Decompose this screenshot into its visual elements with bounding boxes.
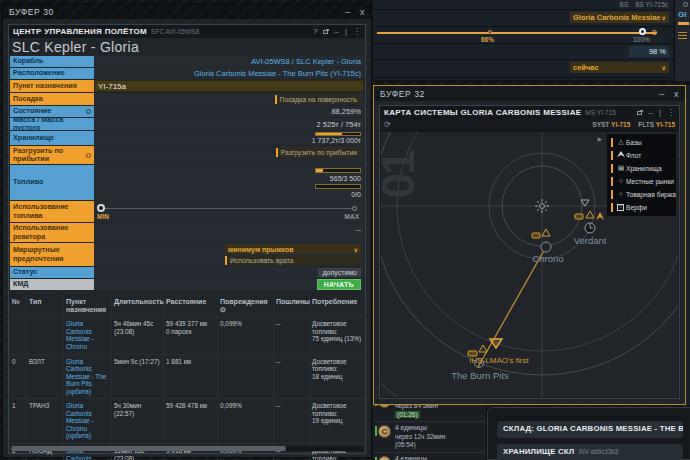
slider-handle-secondary[interactable] <box>652 30 657 35</box>
field-label-location: Расположение <box>10 68 94 79</box>
slider-handle[interactable] <box>97 204 105 212</box>
legend-item-local-markets[interactable]: ○Местные рынки <box>607 175 676 188</box>
minimize-icon[interactable]: – <box>648 108 652 117</box>
duplicate-icon[interactable] <box>323 30 328 34</box>
slider-min-label: MIN <box>97 213 109 220</box>
legend-item-fleet[interactable]: Флот <box>607 149 676 162</box>
base-icon <box>586 211 594 218</box>
breadcrumb-item[interactable]: BS <box>620 1 629 8</box>
slider-handle[interactable] <box>639 28 646 35</box>
close-icon[interactable]: x <box>674 89 679 99</box>
itinerary-cell: 1 881 км <box>164 355 218 400</box>
chevron-down-icon: ∨ <box>662 64 666 71</box>
planet-label-burn-pits[interactable]: The Burn Pits <box>451 370 509 381</box>
window-title: БУФЕР 30 <box>9 7 54 17</box>
base-icon <box>479 345 487 352</box>
itinerary-cell[interactable]: Gloria Carbonis Messiae - Chrono <box>64 317 112 354</box>
tab-fleets[interactable]: FLTS YI-715 <box>638 121 675 128</box>
warehouse-title-bar[interactable]: СКЛАД: GLORIA CARBONIS MESSIAE - THE BUR… <box>497 421 683 438</box>
kebab-menu-icon[interactable]: ⋮ <box>667 108 675 117</box>
itinerary-cell: 59 439 377 км 0 парсек <box>164 317 218 354</box>
base-label[interactable]: IHS-LMAO's first <box>461 356 537 365</box>
field-label-fuel-usage: Использование топлива <box>10 201 94 222</box>
chevron-down-icon: ∨ <box>662 14 666 21</box>
buffer-32-window: БУФЕР 32 – x КАРТА СИСТЕМЫ GLORIA CARBON… <box>373 85 686 405</box>
slider-end-marker <box>352 206 357 211</box>
field-label-storage: Хранилище <box>10 131 94 145</box>
location-value[interactable]: Gloria Carbonis Messiae - The Burn Pits … <box>94 68 364 79</box>
planet-label-chrono[interactable]: Chrono <box>526 253 570 264</box>
itinerary-cell <box>10 317 27 354</box>
legend-collapse-icon[interactable]: ▶ <box>598 136 602 142</box>
queue-row[interactable]: C4 единицычерез 8ч 5мин(01:26) <box>373 405 486 422</box>
itinerary-cell <box>218 355 274 400</box>
itinerary-header: Расстояние <box>164 295 218 317</box>
commodity-icon: C <box>375 405 392 419</box>
start-button[interactable]: НАЧАТЬ <box>317 279 361 290</box>
landing-checkbox[interactable]: Посадка на поверхность <box>275 95 362 104</box>
legend-item-shipyards[interactable]: ▽Верфи <box>607 201 676 214</box>
chevron-down-icon: ∨ <box>354 246 358 253</box>
tab-system[interactable]: SYST YI-715 <box>592 121 630 128</box>
queue-row[interactable]: C4 единицычерез 12ч 32мин(05:54) <box>373 453 486 460</box>
itinerary-cell[interactable]: Gloria Carbonis Messiae - Chrono (орбита… <box>64 399 112 444</box>
minimize-icon[interactable]: – <box>334 27 338 36</box>
slider-tick[interactable] <box>488 30 492 34</box>
window-titlebar[interactable]: БУФЕР 30 – x <box>3 4 371 19</box>
queue-row[interactable]: C4 единицычерез 12ч 32мин(05:54) <box>373 422 486 452</box>
condition-value: 88,259% <box>94 106 364 117</box>
fuel-usage-slider[interactable]: MIN MAX <box>94 201 364 222</box>
panel-header[interactable]: КАРТА СИСТЕМЫ GLORIA CARBONIS MESSIAE MS… <box>380 106 679 119</box>
storage-bar <box>315 132 361 136</box>
ship-value[interactable]: AVI-05WS8 / SLC Kepler - Gloria <box>94 56 364 67</box>
panel-subtitle: MS YI-715 <box>585 109 616 116</box>
divider-icon: | <box>345 27 347 36</box>
horizontal-scrollbar[interactable] <box>11 446 363 451</box>
window-icon[interactable] <box>683 2 688 7</box>
system-select-dropdown[interactable]: Gloria Carbonis Messiae ∨ <box>570 12 669 23</box>
help-icon[interactable]: ? <box>313 27 317 36</box>
edge-window-sliver: Gl <box>674 0 690 81</box>
unload-checkbox[interactable]: Разгрузить по прибытии <box>276 148 361 157</box>
system-slider[interactable]: 66% 100% <box>373 27 673 44</box>
legend-item-commodity-exchange[interactable]: ○Товарная биржа <box>607 188 676 201</box>
refresh-icon[interactable]: ⟳ <box>384 120 391 129</box>
scrollbar-thumb[interactable] <box>11 446 286 451</box>
itinerary-header: № <box>10 295 27 317</box>
progress-fragment <box>678 22 689 25</box>
minimize-icon[interactable]: – <box>659 89 665 99</box>
planet-label-verdant[interactable]: Verdant <box>567 235 613 246</box>
base-icon <box>542 229 550 236</box>
commodity-icon: C <box>375 455 392 460</box>
breadcrumb-item[interactable]: BS YI-715c <box>635 1 668 8</box>
inventory-title-bar[interactable]: ХРАНИЛИЩЕ СКЛ INV dd9c33b3 <box>497 444 683 460</box>
destination-input[interactable] <box>94 80 364 92</box>
field-label-fuel: Топливо <box>10 165 94 200</box>
status-badge: допустимо <box>318 268 361 277</box>
legend-item-bases[interactable]: △Базы <box>607 136 676 149</box>
duplicate-icon[interactable] <box>637 111 642 115</box>
market-icon: ○ <box>616 178 626 185</box>
minimize-icon[interactable]: – <box>345 7 351 17</box>
fleet-ship-icon <box>616 151 626 160</box>
time-select-dropdown[interactable]: сейчас ∨ <box>570 62 669 73</box>
inventory-title: ХРАНИЛИЩЕ СКЛ <box>503 447 574 456</box>
info-icon <box>86 153 91 158</box>
queue-list: C4 единицычерез 8ч 5мин(01:26)C4 единицы… <box>373 405 487 460</box>
system-map[interactable]: 01 <box>381 132 678 397</box>
fuel-stl-fill <box>316 169 323 172</box>
slider-track[interactable] <box>377 32 657 34</box>
fuel-ftl-value: 0/0 <box>351 191 361 198</box>
queue-row-text: 4 единицычерез 8ч 5мин(01:26) <box>395 405 438 419</box>
route-preference-select[interactable]: минимум прыжков ∨ <box>225 244 361 254</box>
divider-icon: | <box>659 108 661 117</box>
window-titlebar[interactable]: БУФЕР 32 – x <box>374 86 685 101</box>
kebab-menu-icon[interactable]: ⋮ <box>353 27 361 36</box>
itinerary-cell: 0,099% <box>218 399 274 444</box>
flight-path-line <box>478 247 546 367</box>
close-icon[interactable]: x <box>360 7 365 17</box>
legend-item-storages[interactable]: ▤Хранилища <box>607 162 676 175</box>
panel-header[interactable]: ЦЕНТР УПРАВЛЕНИЯ ПОЛЁТОМ SFC AVI-05WS8 ?… <box>9 25 365 38</box>
itinerary-cell[interactable]: Gloria Carbonis Messiae - The Burn Pits … <box>64 355 112 400</box>
use-gates-checkbox[interactable]: Использовать врата <box>225 256 361 265</box>
